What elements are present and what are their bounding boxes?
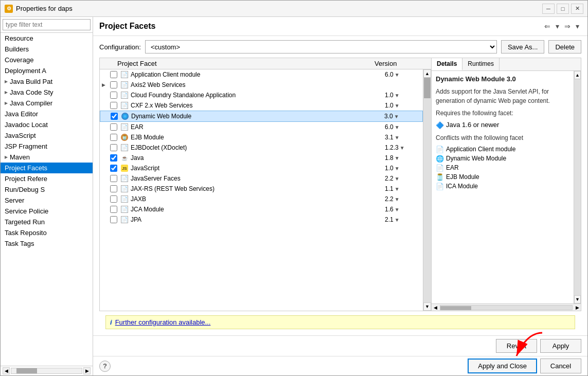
version-dropdown-9[interactable]: ▼ [395,166,400,171]
sidebar-item-10[interactable]: JSP Fragment [1,141,93,152]
nav-back-button[interactable]: ⇐ [542,21,553,31]
facet-icon-7: 📄 [120,144,129,152]
sidebar-item-11[interactable]: Maven [1,152,93,163]
details-horizontal-scrollbar[interactable]: ◀ ▶ [432,303,581,311]
facet-checkbox-3[interactable] [109,102,118,109]
version-dropdown-13[interactable]: ▼ [395,207,400,212]
sidebar-item-9[interactable]: JavaScript [1,130,93,141]
facet-row-10[interactable]: 📄JavaServer Faces2.2▼ [100,173,423,184]
version-dropdown-2[interactable]: ▼ [395,93,400,98]
facet-checkbox-8[interactable] [109,154,118,162]
details-scroll-down[interactable]: ▼ [574,295,581,303]
scroll-down-btn[interactable]: ▼ [423,302,431,311]
sidebar-item-1[interactable]: Builders [1,44,93,55]
version-dropdown-8[interactable]: ▼ [395,155,400,161]
facet-checkbox-1[interactable] [109,81,118,88]
facet-vertical-scrollbar[interactable]: ▲ ▼ [423,69,431,311]
facet-row-8[interactable]: ☕Java1.8▼ [100,153,423,163]
sidebar-item-8[interactable]: Javadoc Locat [1,119,93,130]
scroll-left-btn[interactable]: ◀ [3,367,10,374]
config-select[interactable]: <custom> [145,40,497,53]
facet-checkbox-13[interactable] [109,206,118,213]
tab-details[interactable]: Details [432,58,462,70]
facet-checkbox-12[interactable] [109,195,118,203]
sidebar-item-19[interactable]: Task Tags [1,238,93,249]
further-config-link[interactable]: Further configuration available... [115,318,211,326]
facet-checkbox-9[interactable] [109,165,118,172]
sidebar-horizontal-scrollbar[interactable] [11,368,82,374]
facet-row-1[interactable]: ▶📄Axis2 Web Services [100,80,423,90]
facet-checkbox-6[interactable] [109,134,118,141]
delete-button[interactable]: Delete [548,40,581,53]
expand-arrow-1[interactable]: ▶ [102,82,109,87]
save-as-button[interactable]: Save As... [501,40,545,53]
facet-checkbox-11[interactable] [109,185,118,192]
version-dropdown-7[interactable]: ▼ [400,145,405,151]
version-dropdown-3[interactable]: ▼ [395,103,400,109]
conflict-item-2: 📄EAR [436,164,569,172]
cancel-button[interactable]: Cancel [540,359,581,373]
sidebar-item-16[interactable]: Service Policie [1,206,93,217]
sidebar-item-4[interactable]: Java Build Pat [1,76,93,87]
sidebar-item-5[interactable]: Java Code Sty [1,87,93,98]
sidebar-item-18[interactable]: Task Reposito [1,227,93,238]
minimize-button[interactable]: ─ [542,4,555,14]
version-dropdown-14[interactable]: ▼ [395,217,400,223]
facet-checkbox-4[interactable] [110,113,119,120]
details-scroll-left-btn[interactable]: ◀ [432,304,439,311]
sidebar-scroll-area: ◀ ▶ [1,366,93,375]
facet-row-11[interactable]: 📄JAX-RS (REST Web Services)1.1▼ [100,184,423,194]
version-dropdown-5[interactable]: ▼ [395,124,400,130]
details-scroll-up[interactable]: ▲ [574,71,581,79]
facet-row-2[interactable]: 📄Cloud Foundry Standalone Application1.0… [100,90,423,100]
nav-forward-dropdown-button[interactable]: ▾ [574,21,581,31]
version-dropdown-4[interactable]: ▼ [394,114,399,119]
facet-row-0[interactable]: 📄Application Client module6.0▼ [100,69,423,80]
facet-row-7[interactable]: 📄EJBDoclet (XDoclet)1.2.3▼ [100,142,423,153]
scroll-up-btn[interactable]: ▲ [423,69,431,78]
sidebar-item-6[interactable]: Java Compiler [1,98,93,109]
tab-runtimes[interactable]: Runtimes [462,58,500,70]
nav-dropdown-button[interactable]: ▾ [554,21,561,31]
version-dropdown-6[interactable]: ▼ [395,135,400,140]
facet-row-5[interactable]: 📄EAR6.0▼ [100,122,423,132]
sidebar-item-17[interactable]: Targeted Run [1,217,93,227]
apply-button[interactable]: Apply [540,339,581,353]
facet-row-13[interactable]: 📄JCA Module1.6▼ [100,204,423,214]
sidebar-item-15[interactable]: Server [1,195,93,206]
revert-button[interactable]: Revert [496,339,537,353]
sidebar-item-3[interactable]: Deployment A [1,65,93,76]
scroll-right-btn[interactable]: ▶ [83,367,91,374]
facet-row-9[interactable]: JSJavaScript1.0▼ [100,163,423,173]
sidebar-item-12[interactable]: Project Facets [1,163,93,173]
facet-row-12[interactable]: 📄JAXB2.2▼ [100,194,423,204]
facet-checkbox-2[interactable] [109,92,118,99]
sidebar-item-13[interactable]: Project Refere [1,173,93,184]
sidebar-filter-input[interactable] [3,19,91,30]
sidebar-item-7[interactable]: Java Editor [1,109,93,119]
facet-checkbox-0[interactable] [109,71,118,78]
version-dropdown-11[interactable]: ▼ [395,186,400,192]
nav-forward-button[interactable]: ⇒ [562,21,573,31]
details-scroll-right-btn[interactable]: ▶ [574,304,581,311]
apply-close-button[interactable]: Apply and Close [468,359,537,373]
maximize-button[interactable]: □ [557,4,569,14]
sidebar-item-2[interactable]: Coverage [1,55,93,65]
sidebar-item-0[interactable]: Resource [1,33,93,44]
close-button[interactable]: ✕ [571,4,583,14]
facet-row-6[interactable]: 🫙EJB Module3.1▼ [100,132,423,142]
facet-checkbox-5[interactable] [109,123,118,131]
version-dropdown-0[interactable]: ▼ [395,72,400,78]
version-dropdown-12[interactable]: ▼ [395,196,400,202]
help-button[interactable]: ? [99,361,111,372]
details-vertical-scrollbar[interactable]: ▲ ▼ [574,71,581,303]
facet-row-3[interactable]: 📄CXF 2.x Web Services1.0▼ [100,100,423,111]
facet-checkbox-7[interactable] [109,144,118,151]
info-bar: i Further configuration available... [105,315,575,329]
facet-row-14[interactable]: 📄JPA2.1▼ [100,214,423,225]
facet-row-4[interactable]: 🌐Dynamic Web Module3.0▼ [100,111,423,122]
facet-checkbox-14[interactable] [109,216,118,223]
version-dropdown-10[interactable]: ▼ [395,176,400,182]
facet-checkbox-10[interactable] [109,175,118,182]
sidebar-item-14[interactable]: Run/Debug S [1,184,93,195]
